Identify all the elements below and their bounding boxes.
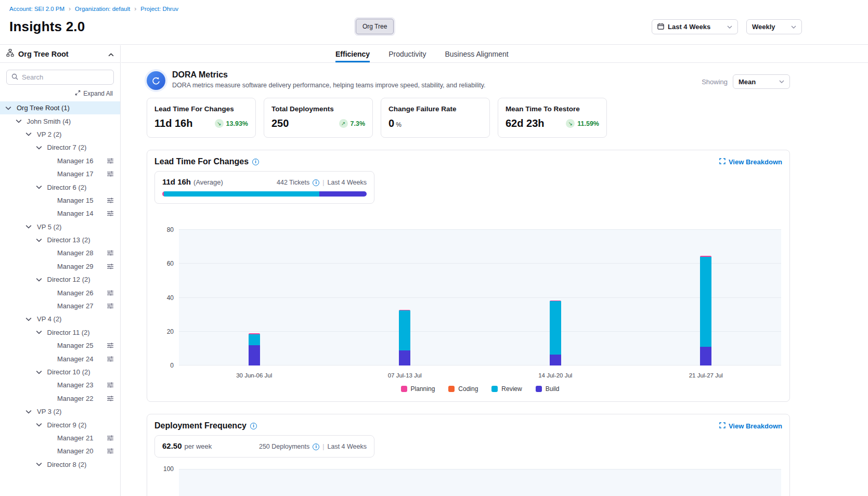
chevron-down-icon[interactable] <box>36 185 47 189</box>
tree-item[interactable]: VP 2 (2) <box>0 128 120 141</box>
breadcrumb-item[interactable]: Account: SEI 2.0 PM <box>9 6 64 12</box>
tab-productivity[interactable]: Productivity <box>388 45 426 62</box>
lead-time-view-breakdown[interactable]: View Breakdown <box>719 158 782 166</box>
tree-item[interactable]: Director 6 (2) <box>0 180 120 193</box>
tree-item-label: Manager 16 <box>57 157 93 165</box>
y-tick-label: 0 <box>170 362 174 369</box>
tree-item[interactable]: Manager 23 <box>0 378 120 391</box>
deployment-title: Deployment Frequency <box>154 421 247 430</box>
sliders-icon[interactable] <box>107 342 114 349</box>
chevron-down-icon[interactable] <box>36 423 47 427</box>
tree-item[interactable]: VP 5 (2) <box>0 220 120 233</box>
sliders-icon[interactable] <box>107 435 114 441</box>
chevron-down-icon[interactable] <box>36 462 47 466</box>
chevron-down-icon[interactable] <box>36 238 47 242</box>
sliders-icon[interactable] <box>107 395 114 402</box>
collapse-chevron-icon[interactable] <box>108 49 114 59</box>
sliders-icon[interactable] <box>107 263 114 270</box>
lead-time-chart: 020406080 30 Jun-06 Jul07 Jul-13 Jul14 J… <box>179 230 781 395</box>
legend-item-review[interactable]: Review <box>491 385 522 393</box>
legend-item-coding[interactable]: Coding <box>448 385 478 393</box>
stacked-bar[interactable] <box>700 256 711 366</box>
sliders-icon[interactable] <box>107 250 114 256</box>
chevron-down-icon[interactable] <box>25 225 37 229</box>
tree-item[interactable]: Manager 14 <box>0 207 120 220</box>
gridline <box>179 469 781 469</box>
chevron-down-icon[interactable] <box>36 330 47 334</box>
tree-item[interactable]: Director 11 (2) <box>0 326 120 339</box>
sliders-icon[interactable] <box>107 197 114 204</box>
tree-item[interactable]: Manager 17 <box>0 167 120 180</box>
tree-item[interactable]: Director 7 (2) <box>0 141 120 154</box>
org-tree-button[interactable]: Org Tree <box>356 19 394 34</box>
lead-time-section: Lead Time For Changes i View Breakdown 1… <box>147 150 790 402</box>
granularity-select[interactable]: Weekly <box>746 19 802 34</box>
tree-item[interactable]: Director 13 (2) <box>0 233 120 246</box>
chevron-down-icon[interactable] <box>36 278 47 282</box>
tree-item-label: Manager 29 <box>57 263 93 270</box>
tree-item[interactable]: Director 8 (2) <box>0 458 120 471</box>
breadcrumb-item[interactable]: Organization: default <box>75 6 130 12</box>
chevron-down-icon[interactable] <box>25 410 37 414</box>
sliders-icon[interactable] <box>107 382 114 388</box>
page-header: Account: SEI 2.0 PM›Organization: defaul… <box>0 0 868 45</box>
tree-item[interactable]: Manager 26 <box>0 286 120 299</box>
search-input[interactable] <box>22 73 113 81</box>
sliders-icon[interactable] <box>107 356 114 362</box>
breadcrumb-separator-icon: › <box>69 5 71 12</box>
deployment-view-breakdown[interactable]: View Breakdown <box>719 422 782 430</box>
sliders-icon[interactable] <box>107 158 114 164</box>
tree-item[interactable]: Manager 21 <box>0 432 120 445</box>
sliders-icon[interactable] <box>107 290 114 296</box>
chevron-down-icon[interactable] <box>36 146 47 150</box>
metric-card-unit: % <box>396 121 401 128</box>
chevron-down-icon[interactable] <box>25 317 37 321</box>
chevron-down-icon[interactable] <box>25 132 37 136</box>
info-icon[interactable]: i <box>252 159 259 165</box>
sliders-icon[interactable] <box>107 303 114 309</box>
tree-item[interactable]: Org Tree Root (1) <box>0 101 120 114</box>
tree-item[interactable]: Manager 25 <box>0 339 120 352</box>
tickets-count: 442 Tickets <box>277 179 309 186</box>
tree-item[interactable]: Manager 15 <box>0 194 120 207</box>
stacked-bar[interactable] <box>399 310 410 366</box>
tree-item[interactable]: Manager 24 <box>0 352 120 365</box>
calendar-icon <box>657 23 664 31</box>
tree-item[interactable]: John Smith (4) <box>0 114 120 127</box>
tree-item[interactable]: Director 12 (2) <box>0 273 120 286</box>
tab-business-alignment[interactable]: Business Alignment <box>445 45 509 62</box>
tree-item[interactable]: VP 3 (2) <box>0 405 120 418</box>
tree-item[interactable]: Director 9 (2) <box>0 418 120 431</box>
expand-all-button[interactable]: Expand All <box>75 90 113 97</box>
tree-item[interactable]: Director 10 (2) <box>0 366 120 378</box>
tree-item[interactable]: Manager 28 <box>0 246 120 259</box>
breadcrumb-item[interactable]: Project: Dhruv <box>140 6 178 12</box>
x-axis-labels: 30 Jun-06 Jul07 Jul-13 Jul14 Jul-20 Jul2… <box>179 366 781 383</box>
sidebar-header[interactable]: Org Tree Root <box>0 45 120 63</box>
showing-select[interactable]: Mean <box>733 74 790 89</box>
tree-item[interactable]: VP 4 (2) <box>0 312 120 325</box>
tree-item[interactable]: Manager 27 <box>0 299 120 312</box>
tree-item-label: Manager 24 <box>57 355 93 363</box>
trend-value: 7.3% <box>351 120 366 127</box>
trend-down-icon: ↘ <box>215 119 224 128</box>
legend-item-build[interactable]: Build <box>536 385 560 393</box>
tab-efficiency[interactable]: Efficiency <box>335 45 370 62</box>
sliders-icon[interactable] <box>107 448 114 454</box>
chevron-down-icon[interactable] <box>36 370 47 374</box>
tree-item[interactable]: Manager 22 <box>0 392 120 405</box>
legend-item-planning[interactable]: Planning <box>401 385 435 393</box>
info-icon[interactable]: i <box>313 443 319 450</box>
sliders-icon[interactable] <box>107 171 114 177</box>
stacked-bar[interactable] <box>550 301 561 366</box>
chevron-down-icon[interactable] <box>16 119 27 123</box>
tree-item[interactable]: Manager 16 <box>0 154 120 167</box>
tree-item[interactable]: Manager 29 <box>0 260 120 273</box>
info-icon[interactable]: i <box>250 423 257 429</box>
date-range-select[interactable]: Last 4 Weeks <box>652 19 738 34</box>
tree-item[interactable]: Manager 20 <box>0 445 120 458</box>
info-icon[interactable]: i <box>313 179 319 186</box>
sliders-icon[interactable] <box>107 210 114 217</box>
chevron-down-icon[interactable] <box>5 106 17 110</box>
stacked-bar[interactable] <box>249 333 260 366</box>
